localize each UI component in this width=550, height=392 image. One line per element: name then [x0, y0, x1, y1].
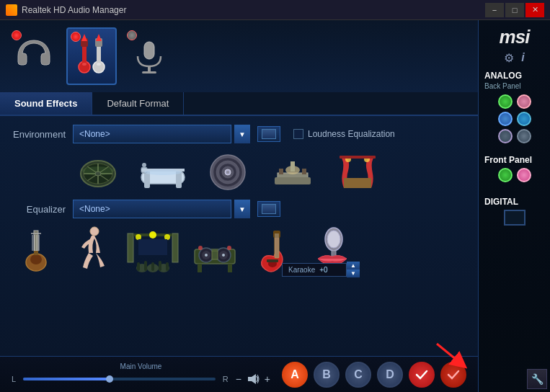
- maximize-button[interactable]: □: [505, 3, 524, 17]
- env-icon-stage[interactable]: [267, 151, 318, 194]
- app-icon: [6, 4, 17, 16]
- eq-icon-concert[interactable]: [124, 226, 182, 276]
- button-a[interactable]: A: [282, 362, 308, 388]
- svg-rect-67: [151, 262, 154, 271]
- analog-port-green[interactable]: [498, 94, 513, 109]
- env-icon-bathtub[interactable]: [138, 151, 188, 194]
- close-button[interactable]: ✕: [525, 3, 544, 17]
- inactive-indicator: [127, 30, 137, 40]
- button-check2[interactable]: [440, 362, 466, 388]
- wrench-button[interactable]: 🔧: [527, 369, 547, 389]
- svg-rect-40: [290, 161, 295, 172]
- svg-rect-65: [137, 262, 140, 271]
- karaoke-label: Karaoke: [288, 266, 315, 274]
- front-port-pink[interactable]: [517, 168, 531, 182]
- env-icon-theater[interactable]: [332, 151, 383, 194]
- theater-svg: [337, 153, 378, 191]
- button-check1[interactable]: [409, 362, 435, 388]
- analog-port-pink[interactable]: [517, 94, 531, 109]
- dancer-svg: [73, 226, 112, 276]
- svg-rect-68: [159, 261, 161, 271]
- analog-ports-row1: [484, 94, 544, 109]
- headphone-device-icon[interactable]: [9, 27, 59, 85]
- main-container: Sound Effects Default Format Environment…: [0, 20, 550, 392]
- microphone-device-icon[interactable]: [124, 27, 174, 85]
- eq-icon-guitar-small[interactable]: [12, 226, 61, 276]
- eq-icon-dj[interactable]: [189, 226, 241, 276]
- main-volume-label: Main Volume: [12, 362, 270, 370]
- svg-point-8: [82, 63, 87, 66]
- app-title: Realtek HD Audio Manager: [22, 5, 126, 15]
- svg-point-25: [142, 163, 146, 167]
- dj-svg: [189, 228, 241, 275]
- svg-rect-37: [279, 169, 283, 174]
- eq-icon-dancer[interactable]: [68, 226, 117, 276]
- svg-marker-7: [96, 34, 102, 41]
- svg-rect-12: [142, 71, 156, 74]
- window-controls: − □ ✕: [485, 3, 544, 17]
- button-b[interactable]: B: [314, 362, 340, 388]
- environment-toggle[interactable]: [257, 126, 280, 142]
- eq-icon-karaoke-mic[interactable]: Karaoke +0 ▲ ▼: [307, 226, 356, 276]
- svg-point-78: [222, 254, 225, 257]
- analog-port-green2[interactable]: [517, 112, 531, 126]
- analog-ports-row2: [484, 112, 544, 126]
- svg-point-63: [164, 234, 170, 240]
- equalizer-dropdown-container: <None> ▼: [73, 200, 250, 218]
- svg-rect-11: [148, 66, 151, 72]
- microphone-svg: [129, 36, 169, 76]
- equalizer-toggle[interactable]: [257, 201, 280, 217]
- tab-sound-effects[interactable]: Sound Effects: [0, 92, 92, 115]
- karaoke-decrement[interactable]: ▼: [347, 270, 360, 277]
- environment-dropdown[interactable]: <None>: [73, 125, 231, 143]
- minimize-button[interactable]: −: [485, 3, 504, 17]
- front-port-green[interactable]: [498, 168, 513, 182]
- svg-rect-64: [138, 239, 167, 255]
- equalizer-row: Equalizer <None> ▼: [12, 200, 466, 218]
- karaoke-increment[interactable]: ▲: [347, 262, 360, 270]
- digital-port[interactable]: [504, 210, 525, 226]
- sewer-svg: [77, 155, 119, 190]
- rca-device-icon[interactable]: [66, 27, 117, 85]
- eq-icons-row: Karaoke +0 ▲ ▼: [12, 226, 466, 276]
- tab-default-format[interactable]: Default Format: [92, 92, 184, 115]
- top-icons-row: ⚙ i: [504, 51, 524, 65]
- equalizer-dropdown-arrow[interactable]: ▼: [234, 200, 250, 218]
- svg-rect-56: [172, 233, 178, 262]
- svg-point-54: [90, 227, 99, 236]
- environment-icons-grid: [73, 151, 466, 194]
- front-panel: Front Panel: [479, 152, 550, 188]
- toggle-inner: [262, 129, 276, 139]
- tabs-row: Sound Effects Default Format: [0, 92, 478, 116]
- equalizer-label: Equalizer: [12, 204, 66, 215]
- svg-point-20: [95, 172, 101, 176]
- wrench-section: 🔧: [479, 366, 550, 392]
- svg-rect-92: [248, 377, 252, 381]
- volume-section: Main Volume L R −: [12, 362, 270, 386]
- volume-slider-thumb: [106, 375, 113, 383]
- environment-label: Environment: [12, 129, 66, 140]
- karaoke-display: Karaoke +0: [282, 263, 347, 277]
- front-panel-title: Front Panel: [484, 155, 544, 165]
- msi-logo: msi: [500, 26, 530, 48]
- svg-rect-38: [302, 169, 306, 174]
- svg-point-90: [327, 231, 340, 248]
- analog-port-blue[interactable]: [498, 112, 513, 126]
- button-c[interactable]: C: [345, 362, 371, 388]
- env-icon-vinyl[interactable]: [203, 151, 253, 194]
- equalizer-dropdown[interactable]: <None>: [73, 200, 231, 218]
- analog-port-gray[interactable]: [498, 129, 513, 143]
- volume-controls: L R − +: [12, 372, 270, 386]
- environment-row: Environment <None> ▼ Loudness Equalizati…: [12, 125, 466, 143]
- bathtub-svg: [138, 156, 187, 189]
- analog-port-extra[interactable]: [517, 129, 531, 143]
- button-d[interactable]: D: [377, 362, 403, 388]
- settings-gear-icon[interactable]: ⚙: [504, 51, 514, 65]
- info-icon[interactable]: i: [521, 51, 524, 65]
- svg-rect-41: [344, 178, 371, 188]
- volume-slider-track[interactable]: [23, 378, 216, 380]
- env-icon-sewer[interactable]: [73, 151, 123, 194]
- loudness-checkbox[interactable]: [293, 129, 303, 139]
- environment-dropdown-arrow[interactable]: ▼: [234, 125, 250, 143]
- analog-back-panel: ANALOG Back Panel: [479, 68, 550, 149]
